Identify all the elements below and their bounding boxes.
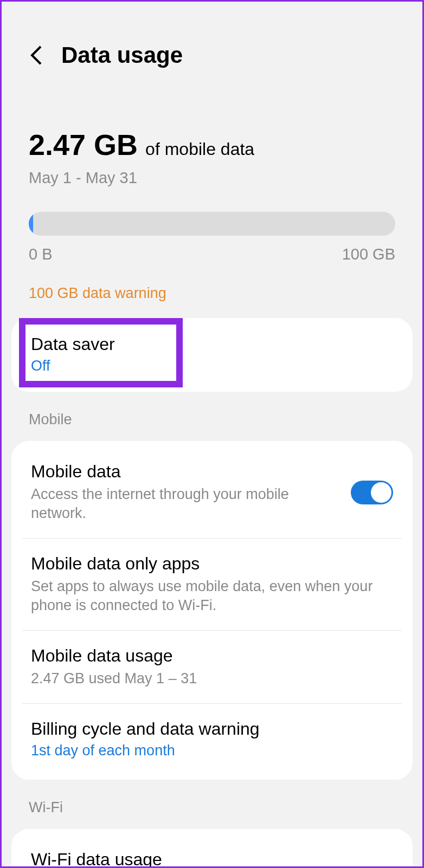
mobile-data-item[interactable]: Mobile data Access the internet through … [11, 446, 413, 538]
header: Data usage [2, 2, 422, 79]
mobile-section-card: Mobile data Access the internet through … [11, 441, 413, 780]
data-warning-text: 100 GB data warning [29, 285, 395, 302]
mobile-data-only-apps-item[interactable]: Mobile data only apps Set apps to always… [11, 539, 413, 630]
list-item-text: Wi-Fi data usage [31, 850, 393, 868]
usage-amount: 2.47 GB [29, 128, 138, 161]
billing-title: Billing cycle and data warning [31, 719, 393, 739]
usage-amount-row: 2.47 GB of mobile data [29, 128, 395, 161]
mobile-usage-title: Mobile data usage [31, 646, 393, 666]
progress-container: 0 B 100 GB [29, 212, 395, 263]
progress-max-label: 100 GB [342, 245, 395, 263]
mobile-section-header: Mobile [2, 392, 422, 436]
list-item-text: Mobile data usage 2.47 GB used May 1 – 3… [31, 646, 393, 688]
wifi-section-card: Wi-Fi data usage [11, 829, 413, 868]
wifi-data-usage-item[interactable]: Wi-Fi data usage [11, 834, 413, 868]
back-icon[interactable] [29, 44, 43, 66]
page-title: Data usage [61, 42, 183, 68]
list-item-text: Mobile data only apps Set apps to always… [31, 554, 393, 615]
data-saver-item[interactable]: Data saver Off [11, 318, 413, 392]
date-range: May 1 - May 31 [29, 169, 395, 187]
list-item-text: Billing cycle and data warning 1st day o… [31, 719, 393, 759]
mobile-data-toggle[interactable] [351, 481, 393, 504]
billing-description: 1st day of each month [31, 742, 393, 759]
wifi-usage-title: Wi-Fi data usage [31, 850, 393, 868]
progress-labels: 0 B 100 GB [29, 245, 395, 263]
mobile-data-title: Mobile data [31, 462, 340, 482]
usage-summary: 2.47 GB of mobile data May 1 - May 31 0 … [2, 79, 422, 302]
mobile-only-apps-description: Set apps to always use mobile data, even… [31, 577, 393, 615]
mobile-data-usage-item[interactable]: Mobile data usage 2.47 GB used May 1 – 3… [11, 631, 413, 703]
mobile-usage-description: 2.47 GB used May 1 – 31 [31, 669, 393, 688]
list-item-text: Mobile data Access the internet through … [31, 462, 340, 523]
usage-suffix: of mobile data [145, 139, 254, 159]
wifi-section-header: Wi-Fi [2, 780, 422, 824]
mobile-data-description: Access the internet through your mobile … [31, 485, 340, 523]
progress-min-label: 0 B [29, 245, 53, 263]
highlight-annotation [19, 318, 183, 387]
billing-cycle-item[interactable]: Billing cycle and data warning 1st day o… [11, 704, 413, 774]
mobile-only-apps-title: Mobile data only apps [31, 554, 393, 574]
progress-fill [29, 212, 33, 236]
toggle-thumb [371, 482, 391, 503]
progress-bar[interactable] [29, 212, 395, 236]
